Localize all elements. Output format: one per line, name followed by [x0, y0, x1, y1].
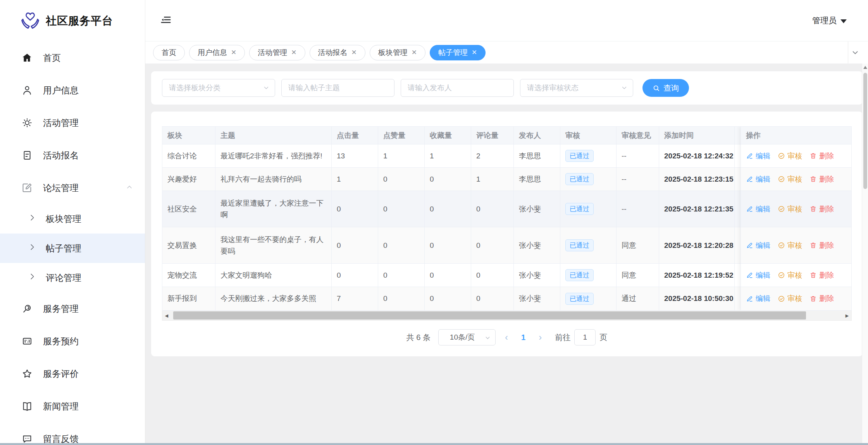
edit-square-icon — [21, 182, 33, 194]
sidebar-item-post-mgmt[interactable]: 帖子管理 — [0, 234, 145, 263]
status-badge: 已通过 — [565, 203, 594, 215]
table-row[interactable]: 综合讨论 最近哪吒2非常好看，强烈推荐! 13 1 1 2 李思思 已通过 --… — [162, 144, 741, 168]
page-size-select[interactable] — [438, 329, 496, 345]
tab-overflow-button[interactable] — [848, 41, 862, 64]
search-icon — [653, 84, 660, 92]
table-card: 板块 主题 点击量 点赞量 收藏量 评论量 发布人 审核 审核意见 添加时间 — [151, 112, 863, 356]
sidebar-item-news[interactable]: 新闻管理 — [0, 390, 145, 423]
horizontal-scrollbar[interactable]: ◄ ► — [162, 311, 852, 321]
scrollbar-thumb[interactable] — [863, 73, 867, 189]
current-page[interactable]: 1 — [517, 333, 529, 342]
table-row[interactable]: 新手报到 今天刚搬过来，大家多多关照 7 0 0 0 张小斐 已通过 通过 20… — [162, 287, 741, 310]
chevron-up-icon — [126, 183, 133, 193]
tabbar: 首页 用户信息✕ 活动管理✕ 活动报名✕ 板块管理✕ 帖子管理✕ — [145, 41, 868, 64]
tab-board-mgmt[interactable]: 板块管理✕ — [370, 45, 425, 60]
sidebar-item-users[interactable]: 用户信息 — [0, 74, 145, 107]
edit-button[interactable]: 编辑 — [746, 150, 770, 162]
status-badge: 已通过 — [565, 173, 594, 185]
tab-post-mgmt[interactable]: 帖子管理✕ — [430, 45, 486, 60]
caret-down-icon — [840, 19, 847, 23]
vertical-scrollbar[interactable] — [862, 64, 868, 443]
sidebar-item-service-mgmt[interactable]: 服务管理 — [0, 292, 145, 325]
sidebar-item-service-booking[interactable]: 服务预约 — [0, 325, 145, 357]
delete-button[interactable]: 删除 — [809, 174, 834, 185]
table-row[interactable]: 宠物交流 大家文明遛狗哈 0 0 0 0 张小斐 已通过 同意 2025-02-… — [162, 264, 741, 287]
edit-button[interactable]: 编辑 — [746, 293, 770, 304]
scroll-right-icon[interactable]: ► — [843, 311, 851, 320]
sidebar: 社区服务平台 首页 用户信息 活动管理 — [0, 0, 145, 445]
audit-button[interactable]: 审核 — [778, 203, 802, 215]
audit-button[interactable]: 审核 — [778, 270, 802, 281]
app-window: 社区服务平台 首页 用户信息 活动管理 — [0, 0, 868, 445]
content: 查询 板块 主题 点击量 点赞量 收藏量 — [145, 64, 868, 445]
close-icon[interactable]: ✕ — [351, 48, 357, 57]
topic-input[interactable] — [281, 79, 394, 97]
status-badge: 已通过 — [565, 269, 594, 281]
sidebar-nav: 首页 用户信息 活动管理 活动报名 — [0, 41, 145, 445]
table-row[interactable]: 兴趣爱好 礼拜六有一起去骑行的吗 1 0 0 1 李思思 已通过 -- 2025… — [162, 168, 741, 191]
table-row[interactable]: 社区安全 最近家里遭贼了，大家注意一下啊 0 0 0 0 张小斐 已通过 -- … — [162, 191, 741, 227]
sidebar-item-home[interactable]: 首页 — [0, 41, 145, 74]
audit-button[interactable]: 审核 — [778, 174, 802, 185]
filter-bar: 查询 — [151, 71, 863, 105]
close-icon[interactable]: ✕ — [231, 48, 236, 57]
delete-button[interactable]: 删除 — [809, 150, 834, 162]
audit-status-select[interactable] — [520, 79, 633, 97]
sidebar-item-service-rating[interactable]: 服务评价 — [0, 357, 145, 390]
status-badge: 已通过 — [565, 239, 594, 251]
audit-button[interactable]: 审核 — [778, 150, 802, 162]
actions-fixed-column: 操作 编辑 审核 删除 编辑 审核 删除 编辑 — [741, 127, 851, 310]
sidebar-item-signup[interactable]: 活动报名 — [0, 139, 145, 172]
sidebar-item-board-mgmt[interactable]: 板块管理 — [0, 204, 145, 234]
brand-title: 社区服务平台 — [46, 14, 113, 28]
sidebar-item-forum[interactable]: 论坛管理 — [0, 172, 145, 204]
publisher-input[interactable] — [401, 79, 514, 97]
table-scroll-area: 板块 主题 点击量 点赞量 收藏量 评论量 发布人 审核 审核意见 添加时间 — [162, 127, 741, 310]
goto-label: 前往 — [555, 332, 570, 343]
tab-home[interactable]: 首页 — [153, 45, 185, 60]
scroll-left-icon[interactable]: ◄ — [162, 311, 171, 320]
edit-button[interactable]: 编辑 — [746, 270, 770, 281]
close-icon[interactable]: ✕ — [472, 48, 477, 57]
chevron-down-icon — [851, 48, 859, 57]
goto-page-input[interactable] — [574, 329, 596, 345]
star-icon — [21, 368, 33, 380]
search-button[interactable]: 查询 — [642, 79, 689, 97]
audit-button[interactable]: 审核 — [778, 240, 802, 251]
delete-button[interactable]: 删除 — [809, 270, 834, 281]
edit-button[interactable]: 编辑 — [746, 174, 770, 185]
status-badge: 已通过 — [565, 293, 594, 305]
chevron-right-icon — [28, 272, 36, 283]
edit-button[interactable]: 编辑 — [746, 240, 770, 251]
scroll-up-icon[interactable] — [863, 66, 867, 69]
tab-activity-mgmt[interactable]: 活动管理✕ — [249, 45, 305, 60]
tab-user-info[interactable]: 用户信息✕ — [189, 45, 245, 60]
sidebar-item-feedback[interactable]: 留言反馈 — [0, 423, 145, 445]
prev-page-button[interactable]: ‹ — [501, 332, 512, 343]
edit-button[interactable]: 编辑 — [746, 203, 770, 215]
sidebar-item-activities[interactable]: 活动管理 — [0, 107, 145, 139]
chevron-right-icon — [28, 213, 36, 224]
posts-table: 板块 主题 点击量 点赞量 收藏量 评论量 发布人 审核 审核意见 添加时间 — [162, 126, 852, 311]
topbar: 管理员 — [145, 0, 868, 41]
reservation-icon — [21, 335, 33, 347]
table-row[interactable]: 交易置换 我这里有一些不要的桌子，有人要吗 0 0 0 0 张小斐 已通过 同意… — [162, 227, 741, 264]
close-icon[interactable]: ✕ — [291, 48, 296, 57]
sun-icon — [21, 117, 33, 129]
close-icon[interactable]: ✕ — [412, 48, 417, 57]
next-page-button[interactable]: › — [535, 332, 546, 343]
sidebar-item-comment-mgmt[interactable]: 评论管理 — [0, 263, 145, 292]
page-horizontal-scrollbar[interactable] — [0, 443, 868, 445]
scrollbar-thumb[interactable] — [173, 311, 806, 320]
main-area: 管理员 首页 用户信息✕ 活动管理✕ 活动报名✕ 板块管理✕ 帖子管理✕ — [145, 0, 868, 445]
delete-button[interactable]: 删除 — [809, 240, 834, 251]
user-menu[interactable]: 管理员 — [812, 15, 847, 26]
collapse-menu-icon[interactable] — [160, 14, 172, 27]
delete-button[interactable]: 删除 — [809, 293, 834, 304]
board-category-select[interactable] — [162, 79, 275, 97]
audit-button[interactable]: 审核 — [778, 293, 802, 304]
home-icon — [21, 52, 33, 64]
delete-button[interactable]: 删除 — [809, 203, 834, 215]
tab-activity-signup[interactable]: 活动报名✕ — [310, 45, 365, 60]
page-unit-label: 页 — [599, 332, 607, 343]
